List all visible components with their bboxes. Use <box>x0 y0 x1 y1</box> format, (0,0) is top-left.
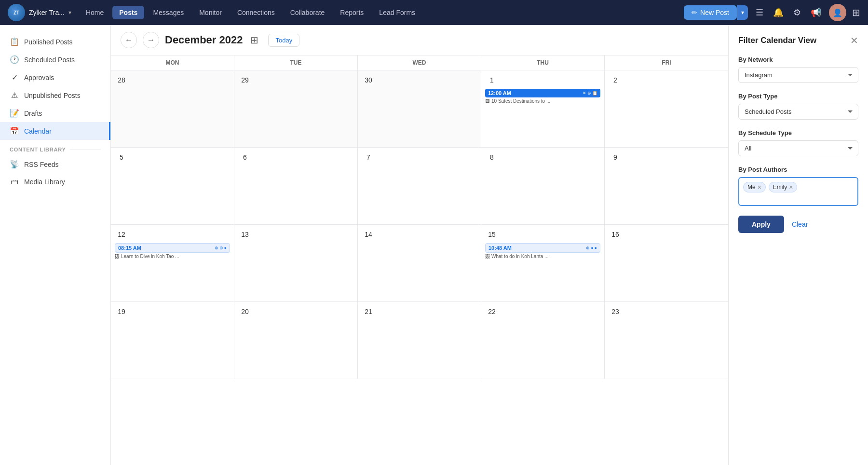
post-action-icon[interactable]: ⊕ <box>587 91 591 96</box>
calendar-cell[interactable]: 1208:15 AM⊕⊕●🖼Learn to Dive in Koh Tao .… <box>111 225 234 302</box>
brand-chevron-icon[interactable]: ▾ <box>68 9 71 16</box>
calendar-grid: MONTUEWEDTHUFRI 282930112:00 AM✕⊕📋🖼10 Sa… <box>111 55 728 465</box>
calendar-cell[interactable]: 9 <box>605 148 728 225</box>
filter-post-type-section: By Post Type AllPublished PostsScheduled… <box>738 93 858 120</box>
calendar-cell[interactable]: 1510:48 AM⊕●●🖼What to do in Koh Lanta ..… <box>481 225 605 302</box>
day-header-thu: THU <box>481 55 605 70</box>
filter-schedule-type-select[interactable]: AllOne-timeRecurring <box>738 140 858 156</box>
post-title: 🖼10 Safest Destinations to ... <box>485 98 600 104</box>
filter-schedule-type-label: By Schedule Type <box>738 129 858 137</box>
nav-item-messages[interactable]: Messages <box>146 6 190 19</box>
author-tag[interactable]: Emily × <box>769 182 798 192</box>
sidebar-item-published-posts[interactable]: 📋 Published Posts <box>0 33 110 51</box>
post-action-icon[interactable]: ⊕ <box>215 246 218 250</box>
filter-authors-input[interactable]: Me ×Emily × <box>738 177 858 206</box>
calendar-date: 29 <box>238 73 252 87</box>
sidebar-library-section: 📡 RSS Feeds🗃 Media Library <box>0 155 110 191</box>
calendar-filter-icon[interactable]: ⊞ <box>250 34 258 46</box>
calendar-next-button[interactable]: → <box>143 32 159 48</box>
nav-items: HomePostsMessagesMonitorConnectionsColla… <box>79 6 680 19</box>
calendar-cell[interactable]: 23 <box>605 302 728 379</box>
calendar-cell[interactable]: 14 <box>358 225 481 302</box>
user-avatar[interactable]: 👤 <box>829 4 846 21</box>
calendar-cell[interactable]: 29 <box>234 70 358 148</box>
post-time-badge[interactable]: 08:15 AM⊕⊕● <box>115 243 230 253</box>
new-post-button[interactable]: ✏ New Post <box>684 5 737 20</box>
settings-icon[interactable]: ⚙ <box>791 5 803 20</box>
top-navigation: ZT Zylker Tra... ▾ HomePostsMessagesMoni… <box>0 0 868 25</box>
sidebar-icon: 🗃 <box>10 178 19 186</box>
nav-item-connections[interactable]: Connections <box>231 6 282 19</box>
sidebar-item-scheduled-posts[interactable]: 🕐 Scheduled Posts <box>0 51 110 68</box>
nav-item-monitor[interactable]: Monitor <box>192 6 229 19</box>
post-chip[interactable]: 12:00 AM✕⊕📋🖼10 Safest Destinations to ..… <box>485 89 600 104</box>
bell-icon[interactable]: 🔔 <box>771 5 786 20</box>
apply-button[interactable]: Apply <box>738 216 784 233</box>
calendar-cell[interactable]: 28 <box>111 70 234 148</box>
sidebar-item-approvals[interactable]: ✓ Approvals <box>0 68 110 86</box>
post-action-icon[interactable]: ✕ <box>583 91 586 96</box>
calendar-cell[interactable]: 7 <box>358 148 481 225</box>
calendar-date: 23 <box>609 305 622 318</box>
new-post-dropdown-button[interactable]: ▾ <box>737 5 748 20</box>
calendar-cell[interactable]: 21 <box>358 302 481 379</box>
filter-network-section: By Network InstagramFacebookTwitterLinke… <box>738 56 858 83</box>
sidebar-item-rss-feeds[interactable]: 📡 RSS Feeds <box>0 155 110 173</box>
calendar-date: 9 <box>609 150 622 164</box>
nav-item-reports[interactable]: Reports <box>333 6 370 19</box>
calendar-cell[interactable]: 30 <box>358 70 481 148</box>
calendar-cell[interactable]: 16 <box>605 225 728 302</box>
filter-close-button[interactable]: ✕ <box>850 35 858 46</box>
nav-item-home[interactable]: Home <box>79 6 110 19</box>
post-chip[interactable]: 10:48 AM⊕●●🖼What to do in Koh Lanta ... <box>485 243 600 259</box>
menu-icon[interactable]: ☰ <box>754 5 765 20</box>
post-action-icon[interactable]: ● <box>595 246 597 250</box>
post-action-icon[interactable]: ⊕ <box>219 246 223 250</box>
post-action-icon[interactable]: ● <box>224 246 227 250</box>
apps-grid-icon[interactable]: ⊞ <box>852 7 860 18</box>
new-post-label: New Post <box>700 9 729 16</box>
post-action-icon[interactable]: ⊕ <box>586 246 590 250</box>
calendar-cell[interactable]: 19 <box>111 302 234 379</box>
filter-post-type-select[interactable]: AllPublished PostsScheduled PostsDraftsU… <box>738 104 858 120</box>
calendar-date: 19 <box>115 305 128 318</box>
calendar-cell[interactable]: 5 <box>111 148 234 225</box>
calendar-date: 21 <box>362 305 375 318</box>
calendar-cell[interactable]: 112:00 AM✕⊕📋🖼10 Safest Destinations to .… <box>481 70 605 148</box>
clear-button[interactable]: Clear <box>790 216 810 233</box>
post-time: 10:48 AM <box>488 245 512 251</box>
nav-item-lead-forms[interactable]: Lead Forms <box>372 6 422 19</box>
post-action-icon[interactable]: 📋 <box>592 91 597 96</box>
author-remove-button[interactable]: × <box>789 184 793 191</box>
nav-item-posts[interactable]: Posts <box>112 6 144 19</box>
filter-network-select[interactable]: InstagramFacebookTwitterLinkedIn <box>738 67 858 83</box>
post-action-icon[interactable]: ● <box>591 246 593 250</box>
nav-item-collaborate[interactable]: Collaborate <box>284 6 332 19</box>
sidebar-item-unpublished-posts[interactable]: ⚠ Unpublished Posts <box>0 86 110 104</box>
author-tag[interactable]: Me × <box>743 182 766 192</box>
sidebar-icon: ⚠ <box>10 91 19 100</box>
calendar-cell[interactable]: 2 <box>605 70 728 148</box>
sidebar-item-media-library[interactable]: 🗃 Media Library <box>0 173 110 191</box>
calendar-cell[interactable]: 8 <box>481 148 605 225</box>
calendar-date: 7 <box>362 150 375 164</box>
calendar-prev-button[interactable]: ← <box>121 32 137 48</box>
calendar-cell[interactable]: 6 <box>234 148 358 225</box>
sidebar-item-drafts[interactable]: 📝 Drafts <box>0 104 110 122</box>
post-time-badge[interactable]: 10:48 AM⊕●● <box>485 243 600 253</box>
calendar-header: ← → December 2022 ⊞ Today <box>111 25 728 55</box>
today-button[interactable]: Today <box>268 34 299 47</box>
post-chip[interactable]: 08:15 AM⊕⊕●🖼Learn to Dive in Koh Tao ... <box>115 243 230 259</box>
megaphone-icon[interactable]: 📢 <box>809 5 823 20</box>
author-remove-button[interactable]: × <box>758 184 761 191</box>
calendar-date: 16 <box>609 228 622 241</box>
sidebar-item-calendar[interactable]: 📅 Calendar <box>0 122 110 140</box>
filter-authors-section: By Post Authors Me ×Emily × <box>738 166 858 206</box>
brand[interactable]: ZT Zylker Tra... ▾ <box>8 4 71 21</box>
calendar-day-headers: MONTUEWEDTHUFRI <box>111 55 728 70</box>
post-time-badge[interactable]: 12:00 AM✕⊕📋 <box>485 89 600 97</box>
calendar-date: 13 <box>238 228 252 241</box>
calendar-cell[interactable]: 20 <box>234 302 358 379</box>
calendar-cell[interactable]: 22 <box>481 302 605 379</box>
calendar-cell[interactable]: 13 <box>234 225 358 302</box>
